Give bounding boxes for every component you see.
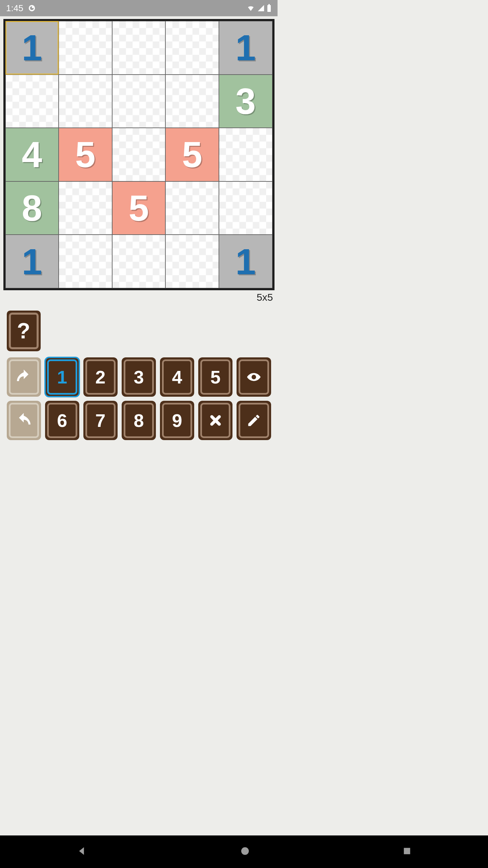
board-cell[interactable] <box>59 181 112 235</box>
pencil-button[interactable] <box>237 401 271 440</box>
num-label: 8 <box>124 403 154 438</box>
num-7-button[interactable]: 7 <box>83 401 118 440</box>
wifi-icon <box>246 4 255 12</box>
board-cell[interactable] <box>112 75 166 128</box>
cell-value: 8 <box>22 187 42 229</box>
num-8-button[interactable]: 8 <box>122 401 156 440</box>
cell-value: 5 <box>182 133 202 176</box>
num-label: 3 <box>124 359 154 395</box>
battery-icon <box>267 4 271 12</box>
board-cell[interactable]: 1 <box>5 21 59 75</box>
number-pad: 1 2 3 4 5 6 7 8 9 <box>7 357 271 440</box>
clear-button[interactable] <box>198 401 232 440</box>
controls-area: ? 1 2 3 4 5 6 7 8 9 <box>3 311 274 440</box>
board-cell[interactable]: 5 <box>59 128 112 181</box>
redo-button[interactable] <box>7 401 41 440</box>
board-cell[interactable] <box>165 75 219 128</box>
board-cell[interactable]: 8 <box>5 181 59 235</box>
undo-icon <box>9 359 39 395</box>
game-board-frame: 1134558511 <box>3 19 274 290</box>
cell-value: 1 <box>22 240 42 283</box>
undo-button[interactable] <box>7 357 41 397</box>
num-label: 6 <box>47 403 77 438</box>
redo-icon <box>9 403 39 438</box>
num-label: 1 <box>47 359 77 395</box>
cell-value: 1 <box>22 26 42 69</box>
board-cell[interactable]: 1 <box>5 235 59 288</box>
cell-value: 3 <box>236 80 256 122</box>
svg-rect-3 <box>267 5 271 12</box>
board-size-label: 5x5 <box>3 292 274 303</box>
board-cell[interactable] <box>165 21 219 75</box>
board-cell[interactable]: 5 <box>112 181 166 235</box>
svg-point-2 <box>32 6 34 8</box>
num-label: 5 <box>200 359 230 395</box>
num-9-button[interactable]: 9 <box>160 401 194 440</box>
board-cell[interactable] <box>59 21 112 75</box>
board-cell[interactable] <box>59 235 112 288</box>
close-icon <box>200 403 230 438</box>
board-cell[interactable] <box>112 235 166 288</box>
board-cell[interactable]: 4 <box>5 128 59 181</box>
num-label: 2 <box>85 359 116 395</box>
num-5-button[interactable]: 5 <box>198 357 232 397</box>
board-cell[interactable] <box>165 181 219 235</box>
game-board: 1134558511 <box>5 21 272 288</box>
board-cell[interactable] <box>112 128 166 181</box>
cell-value: 1 <box>236 240 256 283</box>
help-icon: ? <box>9 313 39 349</box>
board-cell[interactable] <box>165 235 219 288</box>
num-label: 4 <box>162 359 192 395</box>
pencil-icon <box>239 403 269 438</box>
board-cell[interactable] <box>5 75 59 128</box>
status-time: 1:45 <box>6 3 23 14</box>
board-cell[interactable] <box>219 128 272 181</box>
num-label: 9 <box>162 403 192 438</box>
signal-icon <box>257 4 265 12</box>
num-4-button[interactable]: 4 <box>160 357 194 397</box>
board-cell[interactable]: 1 <box>219 21 272 75</box>
num-2-button[interactable]: 2 <box>83 357 118 397</box>
cell-value: 1 <box>236 26 256 69</box>
cell-value: 4 <box>22 133 42 176</box>
help-button[interactable]: ? <box>7 311 41 351</box>
cell-value: 5 <box>128 187 149 229</box>
board-cell[interactable] <box>59 75 112 128</box>
board-cell[interactable] <box>219 181 272 235</box>
num-label: 7 <box>85 403 116 438</box>
svg-rect-4 <box>268 4 270 5</box>
cell-value: 5 <box>75 133 96 176</box>
num-6-button[interactable]: 6 <box>45 401 79 440</box>
num-1-button[interactable]: 1 <box>45 357 79 397</box>
eye-icon <box>239 359 269 395</box>
board-cell[interactable]: 3 <box>219 75 272 128</box>
board-cell[interactable]: 1 <box>219 235 272 288</box>
app-icon <box>28 4 36 12</box>
num-3-button[interactable]: 3 <box>122 357 156 397</box>
board-cell[interactable] <box>112 21 166 75</box>
reveal-button[interactable] <box>237 357 271 397</box>
status-bar: 1:45 <box>0 0 278 16</box>
board-cell[interactable]: 5 <box>165 128 219 181</box>
